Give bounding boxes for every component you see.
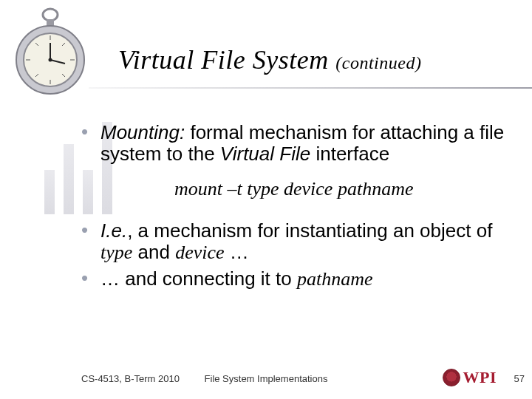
wpi-logo-text: WPI xyxy=(463,368,497,387)
bullet-mounting: Mounting: formal mechanism for attaching… xyxy=(81,122,525,200)
mount-command: mount –t type device pathname xyxy=(174,178,525,200)
term-mounting: Mounting: xyxy=(100,121,185,143)
term-device: device xyxy=(175,242,224,263)
text: , a mechanism for instantiating an objec… xyxy=(127,219,492,242)
bar-icon xyxy=(44,170,55,214)
svg-point-0 xyxy=(43,9,58,21)
text: … xyxy=(225,241,249,263)
text: … and connecting it to xyxy=(100,267,297,290)
text: and xyxy=(132,241,175,263)
slide-title: Virtual File System (continued) xyxy=(118,44,517,75)
bullet-connecting: … and connecting it to pathname xyxy=(81,268,525,290)
term-virtual-file: Virtual File xyxy=(220,143,310,165)
term-pathname: pathname xyxy=(297,268,373,290)
svg-point-14 xyxy=(49,58,52,62)
bullet-instantiating: I.e., a mechanism for instantiating an o… xyxy=(81,220,525,263)
page-number: 57 xyxy=(514,373,525,384)
slide-footer: CS-4513, B-Term 2010 File System Impleme… xyxy=(0,362,532,384)
wpi-logo: WPI xyxy=(443,368,497,387)
slide-body: Mounting: formal mechanism for attaching… xyxy=(81,122,525,294)
title-main: Virtual File System xyxy=(118,45,329,75)
bar-icon xyxy=(64,144,74,214)
title-continued: (continued) xyxy=(335,53,421,72)
term-type: type xyxy=(100,242,132,263)
term-ie: I.e. xyxy=(100,219,127,242)
title-underline xyxy=(89,87,532,89)
slide: Virtual File System (continued) Mounting… xyxy=(0,0,532,399)
wpi-seal-icon xyxy=(443,369,460,386)
text: interface xyxy=(310,143,389,165)
pocket-watch-icon xyxy=(13,4,87,100)
